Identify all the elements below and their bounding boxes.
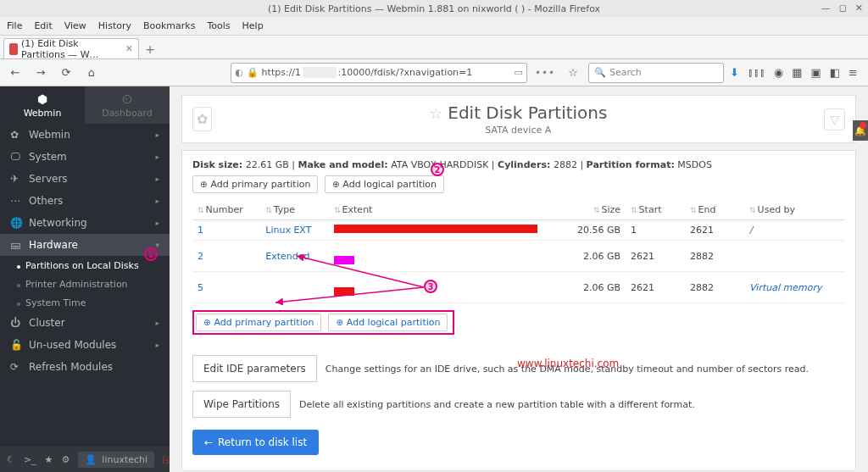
forward-button[interactable]: → xyxy=(31,63,51,83)
sidebar-item-unused[interactable]: 🔓Un-used Modules xyxy=(0,334,170,356)
menu-tools[interactable]: Tools xyxy=(207,20,230,31)
plus-icon: ⊕ xyxy=(203,318,210,327)
main-panel: ✿ ☆Edit Disk Partitions SATA device A ▽ … xyxy=(170,86,868,472)
dashboard-icon: ⏲ xyxy=(121,92,133,106)
terminal-icon[interactable]: >_ xyxy=(24,454,36,465)
maximize-icon[interactable]: ◻ xyxy=(839,3,847,14)
tab-close-icon[interactable]: ✕ xyxy=(125,43,133,54)
addon-icon-2[interactable]: ▦ xyxy=(792,66,802,79)
menu-help[interactable]: Help xyxy=(242,20,264,31)
notification-bell-icon[interactable]: 🔔 xyxy=(853,120,868,141)
addon-icon-3[interactable]: ▣ xyxy=(811,66,821,79)
page-subtitle: SATA device A xyxy=(212,125,824,136)
cell-end: 2882 xyxy=(685,241,744,272)
cell-number[interactable]: 2 xyxy=(192,241,260,272)
refresh-icon: ⟳ xyxy=(10,361,22,373)
favorite-icon[interactable]: ★ xyxy=(45,454,53,465)
others-icon: ⋯ xyxy=(10,195,22,207)
sidebar-sub-printer[interactable]: Printer Administration xyxy=(0,275,170,293)
add-primary-bottom-button[interactable]: ⊕Add primary partition xyxy=(196,314,321,331)
tab-label: (1) Edit Disk Partitions — W… xyxy=(21,38,120,60)
sidebar-icon[interactable]: ◧ xyxy=(830,66,840,79)
search-bar[interactable]: 🔍 Search xyxy=(588,63,724,83)
url-overflow-icon[interactable]: ••• xyxy=(532,67,558,79)
menu-bar: File Edit View History Bookmarks Tools H… xyxy=(0,17,868,36)
table-row[interactable]: 2Extended2.06 GB26212882 xyxy=(192,241,845,272)
sidebar-item-others[interactable]: ⋯Others xyxy=(0,190,170,212)
url-bar[interactable]: ◐ 🔒 https://1 :10000/fdisk/?xnavigation=… xyxy=(231,63,527,83)
minimize-icon[interactable]: — xyxy=(821,3,831,14)
menu-view[interactable]: View xyxy=(64,20,86,31)
window-title: (1) Edit Disk Partitions — Webmin 1.881 … xyxy=(268,3,600,14)
col-extent[interactable]: ⇅Extent xyxy=(329,200,558,220)
col-end[interactable]: ⇅End xyxy=(685,200,744,220)
language-icon[interactable]: ⚙ xyxy=(61,454,70,465)
library-icon[interactable]: ⫿⫿⫿ xyxy=(748,66,765,79)
menu-file[interactable]: File xyxy=(7,20,22,31)
sidebar-item-system[interactable]: 🖵System xyxy=(0,146,170,168)
cell-number[interactable]: 5 xyxy=(192,272,260,303)
addon-icon-1[interactable]: ◉ xyxy=(774,66,783,79)
cell-usedby[interactable]: Virtual memory xyxy=(744,272,845,303)
star-icon[interactable]: ☆ xyxy=(429,104,442,122)
home-button[interactable]: ⌂ xyxy=(81,63,102,83)
nav-toolbar: ← → ⟳ ⌂ ◐ 🔒 https://1 :10000/fdisk/?xnav… xyxy=(0,59,868,86)
sidebar-item-cluster[interactable]: ⏻Cluster xyxy=(0,312,170,334)
lock-icon: 🔒 xyxy=(247,67,259,78)
user-badge[interactable]: 👤linuxtechi xyxy=(78,452,154,468)
cell-type[interactable]: Extended xyxy=(260,241,329,272)
logout-icon[interactable]: ⍈ xyxy=(163,454,169,465)
module-config-icon[interactable]: ✿ xyxy=(192,107,212,131)
sidebar-item-refresh[interactable]: ⟳Refresh Modules xyxy=(0,356,170,378)
download-icon[interactable]: ⬇ xyxy=(730,66,739,79)
col-usedby[interactable]: ⇅Used by xyxy=(744,200,845,220)
sidebar-tab-dashboard[interactable]: ⏲ Dashboard xyxy=(85,86,170,124)
close-icon[interactable]: ✕ xyxy=(855,3,863,14)
reader-icon[interactable]: ☆ xyxy=(563,63,583,83)
watermark: www.linuxtechi.com xyxy=(517,358,619,369)
menu-edit[interactable]: Edit xyxy=(34,20,52,31)
col-size[interactable]: ⇅Size xyxy=(558,200,626,220)
add-logical-bottom-button[interactable]: ⊕Add logical partition xyxy=(328,314,448,331)
sidebar-item-networking[interactable]: 🌐Networking xyxy=(0,212,170,234)
sidebar-item-servers[interactable]: ✈Servers xyxy=(0,168,170,190)
page-action-icon[interactable]: ▭ xyxy=(515,67,523,78)
wipe-partitions-button[interactable]: Wipe Partitions xyxy=(192,391,291,418)
reload-button[interactable]: ⟳ xyxy=(56,63,76,83)
tab-favicon-icon xyxy=(9,43,18,55)
sidebar-bottom-bar: ☾ >_ ★ ⚙ 👤linuxtechi ⍈ xyxy=(0,447,170,472)
col-number[interactable]: ⇅Number xyxy=(192,200,260,220)
cell-type[interactable]: Linux EXT xyxy=(260,220,329,241)
servers-icon: ✈ xyxy=(10,173,22,185)
partition-table: ⇅Number ⇅Type ⇅Extent ⇅Size ⇅Start ⇅End … xyxy=(192,200,845,303)
filter-icon[interactable]: ▽ xyxy=(824,108,845,130)
new-tab-button[interactable]: + xyxy=(139,40,161,58)
page-title: ☆Edit Disk Partitions xyxy=(429,103,607,123)
table-row[interactable]: 52.06 GB26212882Virtual memory xyxy=(192,272,845,303)
sidebar-sub-systime[interactable]: System Time xyxy=(0,293,170,312)
annotation-circle-1: 1 xyxy=(144,247,158,261)
sidebar-item-webmin[interactable]: ✿Webmin xyxy=(0,124,170,146)
menu-bookmarks[interactable]: Bookmarks xyxy=(143,20,195,31)
col-type[interactable]: ⇅Type xyxy=(260,200,329,220)
return-button[interactable]: ←Return to disk list xyxy=(192,430,319,455)
edit-ide-button[interactable]: Edit IDE parameters xyxy=(192,355,317,382)
sidebar-sub-partitions[interactable]: Partitions on Local Disks xyxy=(0,256,170,275)
page-header: ✿ ☆Edit Disk Partitions SATA device A ▽ xyxy=(181,95,856,143)
sidebar-tab-webmin[interactable]: ⬢ Webmin xyxy=(0,86,85,124)
table-row[interactable]: 1Linux EXT20.56 GB12621/ xyxy=(192,220,845,241)
cell-number[interactable]: 1 xyxy=(192,220,260,241)
menu-history[interactable]: History xyxy=(98,20,131,31)
col-start[interactable]: ⇅Start xyxy=(626,200,685,220)
cell-usedby[interactable]: / xyxy=(744,220,845,241)
browser-tab[interactable]: (1) Edit Disk Partitions — W… ✕ xyxy=(3,38,139,58)
cell-type[interactable] xyxy=(260,272,329,303)
add-primary-top-button[interactable]: ⊕Add primary partition xyxy=(192,175,318,193)
back-button[interactable]: ← xyxy=(5,63,25,83)
hamburger-icon[interactable]: ≡ xyxy=(849,66,858,79)
search-icon: 🔍 xyxy=(594,67,606,78)
partitions-card: Disk size: 22.61 GB | Make and model: AT… xyxy=(181,150,856,471)
add-logical-top-button[interactable]: ⊕Add logical partition xyxy=(325,175,444,193)
cell-usedby xyxy=(744,241,845,272)
night-mode-icon[interactable]: ☾ xyxy=(7,454,15,465)
